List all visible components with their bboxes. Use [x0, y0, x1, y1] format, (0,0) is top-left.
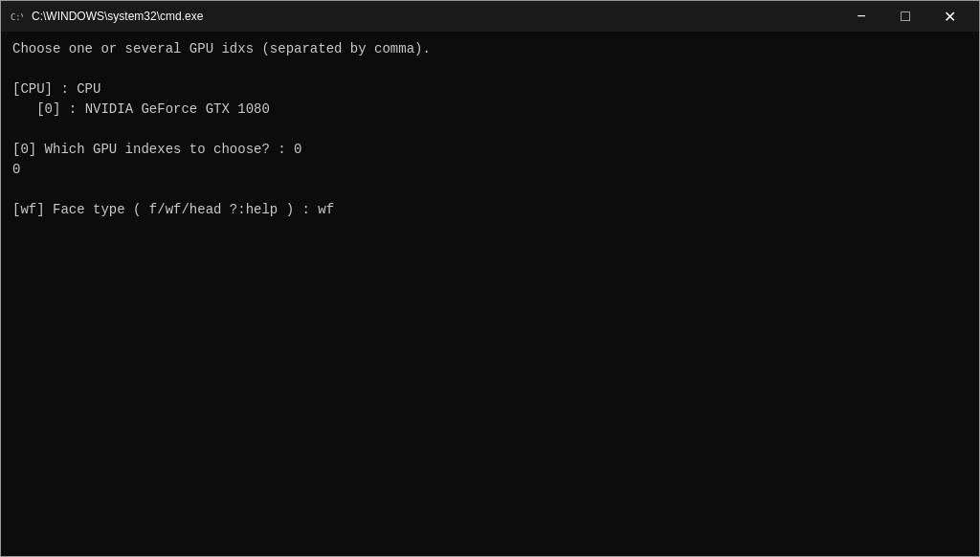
- terminal-text: Choose one or several GPU idxs (separate…: [12, 39, 968, 220]
- minimize-button[interactable]: −: [839, 1, 883, 32]
- titlebar: C:\ C:\WINDOWS\system32\cmd.exe − □ ✕: [1, 1, 979, 32]
- maximize-button[interactable]: □: [883, 1, 927, 32]
- svg-text:C:\: C:\: [11, 12, 23, 22]
- cmd-icon: C:\: [9, 9, 24, 24]
- close-button[interactable]: ✕: [927, 1, 971, 32]
- window-controls: − □ ✕: [839, 1, 971, 32]
- terminal-output[interactable]: Choose one or several GPU idxs (separate…: [1, 32, 979, 556]
- window-title: C:\WINDOWS\system32\cmd.exe: [32, 10, 839, 23]
- cmd-window: C:\ C:\WINDOWS\system32\cmd.exe − □ ✕ Ch…: [0, 0, 980, 557]
